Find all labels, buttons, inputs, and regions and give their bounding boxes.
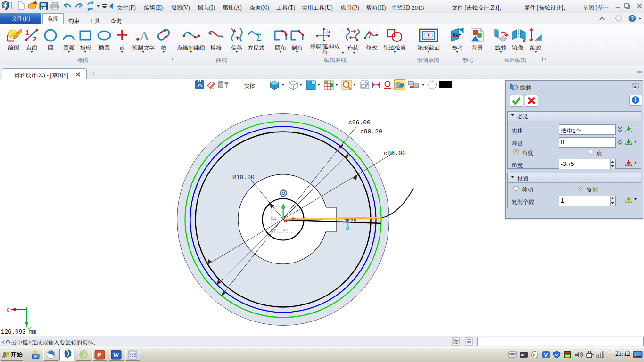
svg-text:T: T [455, 339, 459, 345]
svg-text:A: A [140, 29, 149, 42]
svg-text:W: W [113, 352, 119, 359]
svg-text:REF: REF [453, 32, 462, 37]
svg-text:c86.00: c86.00 [384, 150, 406, 157]
svg-text:Σ: Σ [256, 33, 262, 42]
svg-text:126.093 mm: 126.093 mm [1, 329, 36, 336]
svg-text:XZ: XZ [283, 228, 289, 233]
svg-text:c96.00: c96.00 [348, 119, 371, 126]
svg-text:M: M [521, 353, 525, 357]
svg-text:R10.00: R10.00 [232, 174, 255, 181]
svg-text:?: ? [631, 16, 634, 21]
svg-text:c90.20: c90.20 [360, 128, 382, 135]
svg-text:P: P [97, 351, 101, 359]
svg-text:开始: 开始 [10, 350, 23, 359]
svg-text:2: 2 [33, 35, 37, 42]
svg-text:1: 1 [25, 29, 29, 36]
svg-text:XZ: XZ [271, 216, 276, 221]
svg-text:X: X [6, 307, 9, 314]
svg-text:-3.75: -3.75 [340, 218, 357, 224]
